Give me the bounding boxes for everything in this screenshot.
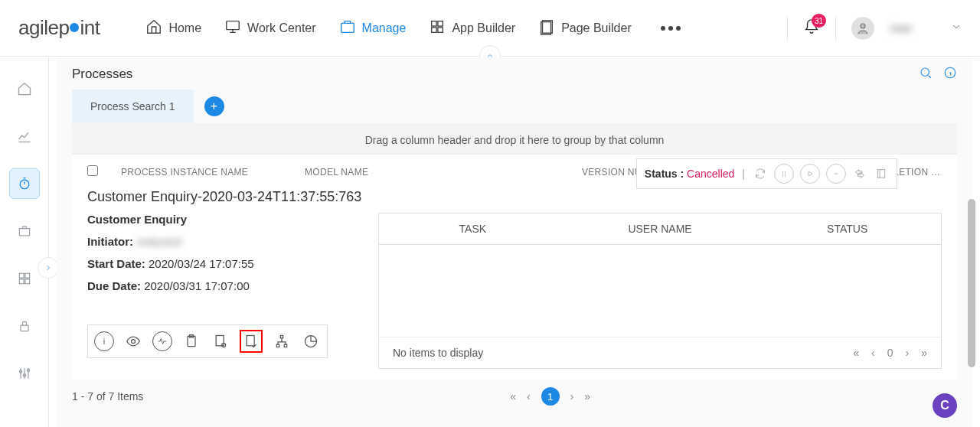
initiator-value: redacted xyxy=(136,235,181,248)
sliders-icon xyxy=(17,366,32,381)
hierarchy-button[interactable] xyxy=(272,331,292,351)
resume-button[interactable] xyxy=(800,164,820,184)
user-name: User xyxy=(890,22,936,34)
grid-pager-page: 1 xyxy=(541,387,560,406)
view-button[interactable] xyxy=(123,331,143,351)
col-process-instance-name[interactable]: PROCESS INSTANCE NAME xyxy=(121,167,305,178)
nav-app-builder-label: App Builder xyxy=(452,21,515,35)
page-icon xyxy=(538,18,555,38)
grid-pager-prev[interactable]: ‹ xyxy=(527,390,531,403)
tab-label: Process Search 1 xyxy=(90,100,175,112)
lock-icon xyxy=(17,318,32,334)
page-title: Processes xyxy=(72,67,132,82)
nav-manage-label: Manage xyxy=(362,21,407,35)
status-value: Cancelled xyxy=(687,168,734,180)
side-rail xyxy=(0,58,49,427)
info-icon[interactable] xyxy=(943,66,957,82)
rail-analytics[interactable] xyxy=(9,121,40,152)
doc-check-icon xyxy=(243,334,259,349)
svg-rect-10 xyxy=(19,229,29,236)
row-action-toolbar: i xyxy=(87,324,328,358)
nav-home[interactable]: Home xyxy=(145,18,201,38)
start-date-value: 2020/03/24 17:07:55 xyxy=(149,257,254,270)
start-date-row: Start Date: 2020/03/24 17:07:55 xyxy=(87,257,363,270)
doc-check-button[interactable] xyxy=(240,330,263,353)
nav-page-builder-label: Page Builder xyxy=(561,21,632,35)
expand-rail-button[interactable] xyxy=(38,257,59,279)
main-content: Processes Process Search 1 + Drag a colu… xyxy=(57,58,972,427)
svg-rect-12 xyxy=(24,273,29,278)
grid-pager-last[interactable]: » xyxy=(584,390,590,403)
activity-button[interactable] xyxy=(152,331,172,351)
due-date-value: 2020/03/31 17:07:00 xyxy=(144,279,250,292)
svg-rect-30 xyxy=(284,344,286,347)
grid-footer: 1 - 7 of 7 Items « ‹ 1 › » xyxy=(72,380,957,409)
archive-button[interactable] xyxy=(874,164,889,184)
search-icon[interactable] xyxy=(919,66,933,82)
rail-processes[interactable] xyxy=(9,168,40,199)
subtable-body xyxy=(379,245,941,337)
clipboard-icon xyxy=(184,334,199,349)
rail-security[interactable] xyxy=(9,311,40,341)
select-all-checkbox[interactable] xyxy=(87,165,98,176)
nav-page-builder[interactable]: Page Builder xyxy=(538,18,632,38)
pager-first[interactable]: « xyxy=(853,347,859,359)
home-icon xyxy=(17,81,32,96)
nav-more[interactable] xyxy=(661,26,681,31)
grid-pager-first[interactable]: « xyxy=(510,390,516,403)
nav-work-center-label: Work Center xyxy=(247,21,316,35)
pulse-icon xyxy=(157,336,168,347)
scrollbar-thumb[interactable] xyxy=(968,199,975,367)
info-button[interactable]: i xyxy=(94,331,114,351)
chart-line-icon xyxy=(17,129,32,144)
floating-action-button[interactable]: C xyxy=(933,393,957,418)
nav-manage[interactable]: Manage xyxy=(339,18,407,38)
subcol-status[interactable]: STATUS xyxy=(753,214,941,244)
pause-button[interactable] xyxy=(774,164,794,184)
add-tab-button[interactable]: + xyxy=(204,96,224,116)
rail-settings[interactable] xyxy=(9,358,40,389)
svg-rect-0 xyxy=(227,21,240,29)
migrate-button[interactable] xyxy=(852,164,867,184)
chart-button[interactable] xyxy=(301,331,321,351)
avatar[interactable] xyxy=(851,17,874,40)
rail-apps[interactable] xyxy=(9,263,40,294)
apps-icon xyxy=(17,271,32,286)
group-hint-zone[interactable]: Drag a column header and drop it here to… xyxy=(72,123,957,154)
notifications-button[interactable]: 31 xyxy=(803,18,820,37)
nav-home-label: Home xyxy=(168,21,201,35)
grid-pager-next[interactable]: › xyxy=(570,390,574,403)
rail-work[interactable] xyxy=(9,216,40,246)
ellipsis-icon xyxy=(661,26,681,31)
scrollbar[interactable] xyxy=(968,199,975,381)
svg-rect-29 xyxy=(276,344,279,347)
subcol-username[interactable]: USER NAME xyxy=(567,214,754,244)
page-header: Processes xyxy=(72,66,957,82)
pager-next[interactable]: › xyxy=(906,347,910,359)
pager-prev[interactable]: ‹ xyxy=(871,347,875,359)
subcol-task[interactable]: TASK xyxy=(379,214,567,244)
svg-rect-15 xyxy=(21,325,28,331)
status-label: Status : xyxy=(645,168,684,180)
tab-process-search-1[interactable]: Process Search 1 xyxy=(72,90,194,123)
nav-app-builder[interactable]: App Builder xyxy=(429,18,515,38)
svg-rect-27 xyxy=(247,336,254,346)
svg-rect-3 xyxy=(438,21,443,25)
tab-row: Process Search 1 + xyxy=(72,90,957,123)
refresh-button[interactable] xyxy=(753,164,768,184)
divider xyxy=(787,17,788,40)
clipboard-button[interactable] xyxy=(181,331,201,351)
subtable-empty-msg: No items to display xyxy=(393,347,483,359)
rail-home[interactable] xyxy=(9,73,40,104)
svg-rect-5 xyxy=(438,27,443,31)
doc-eye-button[interactable] xyxy=(211,331,230,351)
task-subtable: TASK USER NAME STATUS No items to displa… xyxy=(378,213,942,369)
user-dropdown[interactable] xyxy=(951,21,962,34)
briefcase-icon xyxy=(339,18,356,38)
piechart-icon xyxy=(303,334,318,349)
nav-work-center[interactable]: Work Center xyxy=(224,18,316,38)
pager-last[interactable]: » xyxy=(921,347,927,359)
grid-icon xyxy=(429,18,446,38)
col-model-name[interactable]: MODEL NAME xyxy=(305,167,420,178)
cancel-button[interactable] xyxy=(826,164,846,184)
